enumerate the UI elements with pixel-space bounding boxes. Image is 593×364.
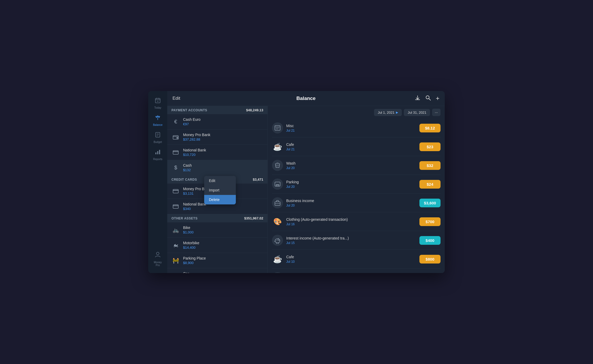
euro-icon: €: [171, 118, 180, 126]
sidebar-label-today: Today: [154, 106, 161, 109]
left-panel: PAYMENT ACCOUNTS $48,249.13 € Cash Euro …: [167, 106, 267, 273]
tx-amount-wash: $32: [419, 161, 441, 170]
account-item-bike[interactable]: 🚲 Bike $1,000: [167, 222, 267, 238]
svg-point-36: [278, 185, 279, 186]
svg-rect-23: [173, 205, 178, 208]
context-menu-import[interactable]: Import: [204, 185, 236, 195]
tx-info-parking: Parking Jul 20: [286, 180, 416, 189]
sidebar-label-reports: Reports: [153, 158, 162, 161]
transaction-cafe1[interactable]: ☕ Cafe Jul 21 $23: [272, 137, 441, 156]
sidebar-item-budget[interactable]: Budget: [150, 130, 166, 146]
date-from-button[interactable]: Jul 1, 2021 ▶: [374, 109, 402, 116]
date-to-button[interactable]: Jul 31, 2021: [404, 109, 430, 116]
barrier-icon: 🚧: [171, 256, 180, 265]
sidebar-item-reports[interactable]: Reports: [150, 147, 166, 163]
tx-amount-misc: $8.12: [419, 124, 441, 132]
context-menu-edit[interactable]: Edit: [204, 176, 236, 185]
tx-date-clothing: Jul 16: [286, 222, 416, 226]
account-item-cash-euro[interactable]: € Cash Euro €97: [167, 114, 267, 130]
svg-rect-19: [173, 151, 178, 154]
svg-rect-11: [155, 152, 156, 154]
transaction-cafe2[interactable]: ☕ Cafe Jul 10 $800: [272, 250, 441, 269]
wash-icon: [272, 160, 283, 171]
tx-info-cafe2: Cafe Jul 10: [286, 255, 416, 264]
tx-date-business: Jul 20: [286, 204, 416, 207]
tx-date-parking: Jul 20: [286, 185, 416, 189]
tx-amount-business: $3,600: [419, 199, 441, 207]
tx-name-misc: Misc: [286, 124, 416, 128]
account-item-parking-place[interactable]: 🚧 Parking Place $8,900: [167, 253, 267, 268]
reports-icon: [155, 149, 161, 157]
tx-name-cafe1: Cafe: [286, 142, 416, 147]
dollar-icon: $: [171, 164, 180, 172]
account-item-national-bank[interactable]: National Bank $10,720: [167, 145, 267, 160]
tx-amount-clothing: $700: [419, 217, 441, 226]
card-icon-1: [171, 148, 180, 157]
account-info-cash-euro: Cash Euro €97: [183, 117, 263, 126]
sidebar-item-today[interactable]: 21 Today: [150, 95, 166, 111]
account-balance-cc-national: $340: [183, 207, 263, 211]
account-name-motorbike: Motorbike: [183, 241, 263, 245]
svg-text:21: 21: [157, 100, 159, 102]
sidebar-label-budget: Budget: [154, 141, 162, 143]
edit-button[interactable]: Edit: [173, 96, 194, 101]
transaction-misc[interactable]: Misc Jul 21 $8.12: [272, 119, 441, 137]
tx-info-interest: Interest income (Auto-generated tra...) …: [286, 236, 416, 245]
date-more-button[interactable]: ···: [432, 109, 441, 116]
tx-amount-interest: $400: [419, 236, 441, 245]
transaction-parking[interactable]: Parking Jul 20 $24: [272, 175, 441, 194]
section-amount-other: $351,967.02: [244, 216, 263, 220]
motorbike-icon: 🏍: [171, 241, 180, 250]
date-from-label: Jul 1, 2021: [378, 111, 395, 114]
account-info-bike: Bike $1,000: [183, 226, 263, 234]
account-info-national-bank: National Bank $10,720: [183, 148, 263, 157]
svg-rect-12: [157, 151, 158, 154]
account-item-car[interactable]: 🚗 Car $50,000: [167, 268, 267, 273]
bike-icon: 🚲: [171, 226, 180, 234]
transaction-interest[interactable]: Interest income (Auto-generated tra...) …: [272, 231, 441, 250]
search-icon[interactable]: [425, 95, 431, 102]
download-icon[interactable]: [415, 95, 420, 102]
account-name-parking-place: Parking Place: [183, 256, 263, 260]
sidebar-item-money-pro[interactable]: Money Pro: [150, 249, 166, 269]
account-item-money-pro-bank[interactable]: Money Pro Bank $37,282.88: [167, 130, 267, 145]
header-actions: +: [418, 95, 439, 102]
svg-point-40: [278, 239, 279, 241]
account-item-motorbike[interactable]: 🏍 Motorbike $14,400: [167, 238, 267, 253]
svg-point-15: [426, 96, 429, 99]
section-header-other: OTHER ASSETS $351,967.02: [167, 214, 267, 222]
account-info-car: Car $50,000: [183, 271, 263, 273]
account-info-money-pro-bank: Money Pro Bank $37,282.88: [183, 133, 263, 141]
account-info-parking-place: Parking Place $8,900: [183, 256, 263, 265]
wallet-icon: [171, 133, 180, 141]
sidebar-item-balance[interactable]: Balance: [150, 112, 166, 128]
account-balance-national-bank: $10,720: [183, 153, 263, 157]
car-icon: 🚗: [171, 272, 180, 273]
page-title: Balance: [194, 95, 418, 101]
card-icon-3: [171, 202, 180, 211]
cafe-icon-2: ☕: [272, 253, 283, 265]
account-item-cash[interactable]: $ Cash $132 Edit Import Delete: [167, 160, 267, 175]
budget-icon: [155, 132, 161, 140]
section-amount-payment: $48,249.13: [246, 108, 263, 112]
transaction-wash[interactable]: Wash Jul 20 $32: [272, 156, 441, 175]
svg-point-35: [276, 185, 277, 186]
tx-name-wash: Wash: [286, 161, 416, 165]
transaction-clothing[interactable]: 🎨 Clothing (Auto-generated transaction) …: [272, 212, 441, 231]
add-icon[interactable]: +: [436, 95, 439, 102]
user-icon: [154, 251, 161, 260]
date-navigation: Jul 1, 2021 ▶ Jul 31, 2021 ···: [268, 106, 445, 119]
tx-amount-cafe2: $800: [419, 255, 441, 264]
section-title-other: OTHER ASSETS: [171, 217, 198, 220]
context-menu-delete[interactable]: Delete: [204, 195, 236, 204]
cafe-icon-1: ☕: [272, 141, 283, 152]
transaction-business[interactable]: Business income Jul 20 $3,600: [272, 194, 441, 212]
tx-info-wash: Wash Jul 20: [286, 161, 416, 170]
account-name-cash: Cash: [183, 163, 263, 167]
transaction-education[interactable]: Education Jul 9 $1,000: [272, 269, 441, 273]
misc-icon: [272, 122, 283, 133]
balance-icon: [155, 114, 161, 122]
section-amount-credit: $3,471: [253, 178, 263, 181]
account-balance-bike: $1,000: [183, 230, 263, 234]
section-title-payment: PAYMENT ACCOUNTS: [171, 108, 207, 112]
